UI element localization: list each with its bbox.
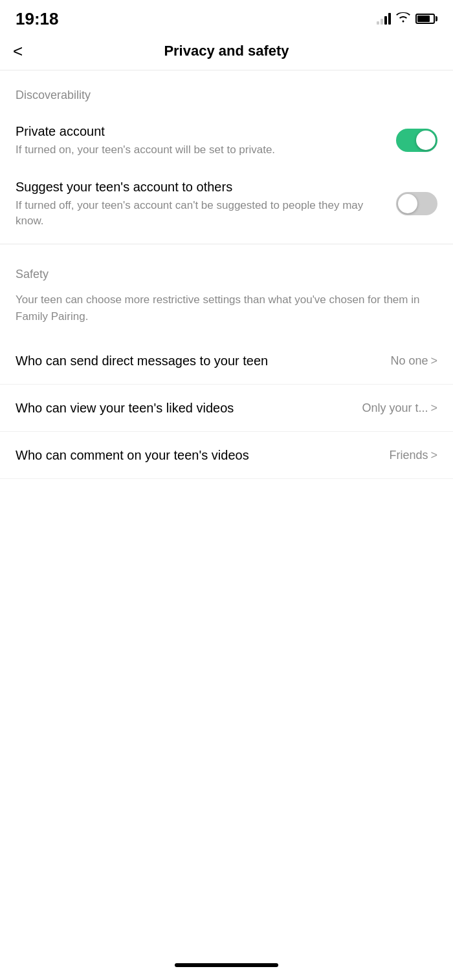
private-account-title: Private account xyxy=(16,123,383,140)
suggest-account-toggle-slider xyxy=(396,192,437,215)
private-account-row: Private account If turned on, your teen'… xyxy=(0,112,453,168)
suggest-account-toggle-knob xyxy=(398,194,417,213)
liked-videos-row[interactable]: Who can view your teen's liked videos On… xyxy=(0,385,453,432)
liked-videos-label: Who can view your teen's liked videos xyxy=(16,399,362,417)
home-bar xyxy=(175,963,278,967)
comments-value: Friends > xyxy=(389,449,437,462)
content: Discoverability Private account If turne… xyxy=(0,70,453,479)
direct-messages-label: Who can send direct messages to your tee… xyxy=(16,352,390,370)
battery-icon xyxy=(415,14,437,24)
status-bar: 19:18 xyxy=(0,0,453,35)
status-icons xyxy=(377,12,437,26)
wifi-icon xyxy=(396,12,410,26)
safety-section-label: Safety xyxy=(0,250,453,292)
liked-videos-chevron: > xyxy=(430,401,437,415)
comments-label: Who can comment on your teen's videos xyxy=(16,446,389,464)
private-account-toggle-slider xyxy=(396,129,437,152)
direct-messages-value: No one > xyxy=(390,354,437,368)
safety-description: Your teen can choose more restrictive se… xyxy=(0,292,453,337)
direct-messages-chevron: > xyxy=(430,354,437,368)
comments-chevron: > xyxy=(430,449,437,462)
private-account-description: If turned on, your teen's account will b… xyxy=(16,142,383,158)
discoverability-section-label: Discoverability xyxy=(0,70,453,112)
direct-messages-row[interactable]: Who can send direct messages to your tee… xyxy=(0,337,453,385)
suggest-account-description: If turned off, your teen's account can't… xyxy=(16,198,383,229)
private-account-toggle-knob xyxy=(416,131,436,150)
signal-icon xyxy=(377,13,391,25)
back-button[interactable]: < xyxy=(13,41,23,61)
section-divider xyxy=(0,244,453,244)
comments-row[interactable]: Who can comment on your teen's videos Fr… xyxy=(0,432,453,479)
suggest-account-title: Suggest your teen's account to others xyxy=(16,178,383,195)
liked-videos-value-text: Only your t... xyxy=(362,401,428,415)
page-title: Privacy and safety xyxy=(164,43,289,59)
liked-videos-value: Only your t... > xyxy=(362,401,437,415)
suggest-account-row: Suggest your teen's account to others If… xyxy=(0,168,453,239)
comments-value-text: Friends xyxy=(389,449,428,462)
direct-messages-value-text: No one xyxy=(390,354,428,368)
suggest-account-toggle[interactable] xyxy=(396,192,437,215)
header: < Privacy and safety xyxy=(0,35,453,70)
private-account-toggle[interactable] xyxy=(396,129,437,152)
status-time: 19:18 xyxy=(16,9,59,29)
